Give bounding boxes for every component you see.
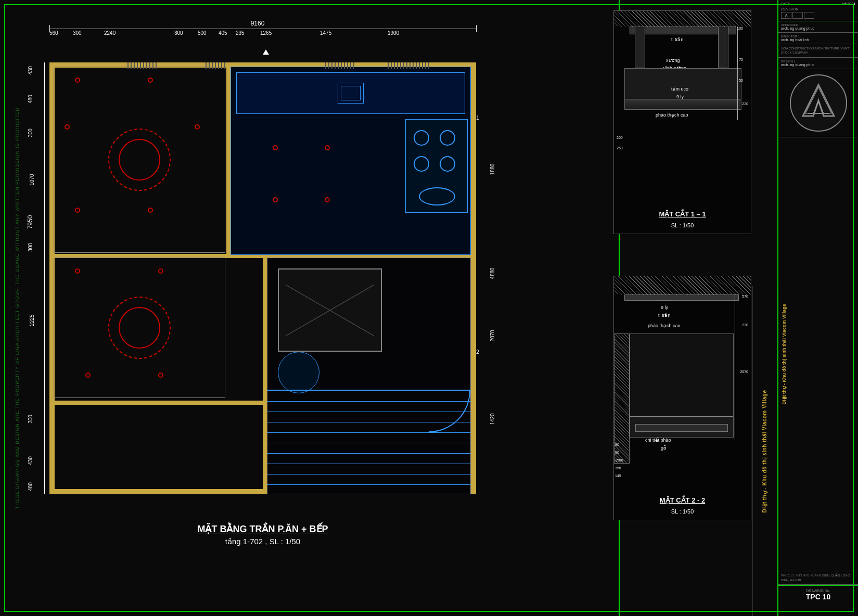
section1-dim-70: 70 [739, 58, 743, 61]
title-block: DATE 1/4/2024 REVISION : A APPROVED arch… [777, 0, 858, 616]
sink [419, 187, 455, 206]
project-strip-text: Diệt thự - Khu đô thị sinh thái Viacom V… [762, 390, 768, 512]
project-address: PHÚC LÝ, NTT.HYD, GIANG BIÊN, QUẬN LONG … [781, 573, 855, 582]
dim-l9: 480 [28, 482, 33, 491]
light-c3 [273, 197, 278, 202]
bed [278, 268, 382, 352]
dim-right-4: 1420 [490, 413, 495, 425]
section2-cornice-detail [630, 416, 733, 437]
light-2 [148, 78, 153, 83]
dim-l7: 300 [28, 415, 33, 424]
rev-cell-1: A [781, 12, 791, 19]
light-6 [148, 208, 153, 213]
dim-right-1: 1880 [490, 163, 495, 175]
dim-t6: 405 [219, 30, 227, 36]
light-3 [65, 124, 70, 130]
section2-phao: phào thạch cao [648, 323, 681, 328]
section1-ceiling-hatch [614, 11, 751, 27]
door-arc [387, 349, 470, 432]
light-b4 [158, 373, 163, 378]
light-b2 [158, 268, 163, 274]
project-name-block: Diệt thự - Khu đô thị sinh thái Viacom V… [778, 137, 858, 571]
section2-dim-1500: 1500 [615, 458, 623, 462]
burner-4 [440, 156, 455, 172]
company-logo [790, 74, 847, 132]
company-name: LIGA CONSTRUCTION ARCHITECTURE JOIN'T ST… [781, 46, 855, 55]
date-row: DATE 1/4/2024 [781, 2, 855, 6]
section1-dim-50: 50 [739, 79, 743, 82]
section1-dim-220: 220 [742, 102, 748, 106]
wall-lower-h [49, 401, 263, 405]
section1-cornice [625, 99, 741, 109]
section2-beam [624, 294, 739, 301]
kitchen-items [405, 119, 468, 213]
dim-l2: 480 [28, 95, 33, 104]
director-block: DIRECTOR 1: arch. ng hoai linh [778, 33, 858, 44]
symbol-inner [341, 86, 361, 100]
dim-t1: 560 [49, 30, 58, 36]
section2-dim-2070: 2070 [740, 370, 748, 374]
toilet [278, 352, 319, 393]
room-left-bottom [54, 258, 225, 398]
section1-scale: SL : 1/50 [614, 222, 751, 228]
dim-total-top: 9160 [101, 20, 414, 27]
approved-value: arch. ng quang phuc [781, 27, 855, 30]
light-b3 [85, 373, 91, 378]
section1-dim-line [737, 27, 738, 120]
stair-8 [267, 474, 470, 474]
burner-1 [414, 130, 429, 146]
drawing-area: 9160 560 300 2240 300 500 405 235 1265 1… [23, 10, 622, 583]
blue-top-rect [236, 72, 465, 114]
project-name: Diệt thự - Khu đô thị sinh thái Viacom V… [781, 142, 788, 567]
section2-dim-80b: 80 [615, 451, 619, 454]
dim-total-left: 7950 [27, 215, 34, 229]
main-title: MẶT BẰNG TRẦN P.ĂN + BẾP [49, 523, 476, 535]
chairs-circle-bot [108, 297, 171, 359]
section1-dim-200: 200 [617, 136, 623, 139]
revision-label: REVISION : [781, 7, 855, 11]
hatch-top-4 [388, 62, 429, 69]
section1-phao: phào thạch cao [656, 112, 688, 118]
staircase-area [267, 390, 470, 494]
light-c4 [325, 197, 330, 202]
address-block: PHÚC LÝ, NTT.HYD, GIANG BIÊN, QUẬN LONG … [778, 571, 858, 585]
section1-post-left [635, 27, 645, 68]
dim-line-left [44, 62, 45, 494]
chairs-circle-top [108, 129, 171, 191]
section2-ceiling-hatch [614, 276, 751, 294]
hatch-top-2 [206, 62, 226, 69]
watermark: THESE DRAWINGS AND DESIGN ARE THE PROPER… [9, 42, 25, 574]
dim-l1: 430 [28, 66, 33, 75]
approved-block: APPROVED arch. ng quang phuc [778, 21, 858, 33]
dim-l3: 300 [28, 129, 33, 137]
dim-l8: 430 [28, 456, 33, 465]
stair-9 [267, 484, 470, 485]
svg-marker-0 [803, 85, 834, 116]
stair-4 [267, 432, 470, 433]
main-subtitle: tầng 1-702 , SL : 1/50 [49, 537, 476, 546]
stair-6 [267, 453, 470, 454]
dim-t2: 300 [73, 30, 82, 36]
logo-block [778, 69, 858, 137]
dim-t5: 500 [198, 30, 207, 36]
design-value: arch. ng quang phuc [781, 63, 855, 67]
date-label: DATE [781, 2, 790, 6]
main-title-area: MẶT BẰNG TRẦN P.ĂN + BẾP tầng 1-702 , SL… [49, 523, 476, 546]
section2-panel [630, 333, 734, 438]
section2-cornice-inner [635, 424, 728, 432]
bed-cross [279, 270, 381, 351]
wall-right [471, 62, 476, 494]
room-center-top [230, 67, 471, 255]
section2-dim-80: 80 [615, 443, 619, 446]
dim-t7: 235 [236, 30, 245, 36]
dim-l4: 1070 [29, 174, 35, 185]
section2-dim-145: 145 [615, 474, 621, 478]
rev-cell-2 [792, 12, 803, 19]
symbol-1 [338, 83, 364, 104]
section1-dim-250: 250 [617, 146, 623, 150]
burner-3 [414, 156, 429, 172]
room-center-bottom [267, 258, 471, 494]
section-marker-1: 1 [476, 114, 479, 121]
dim-t10: 1900 [388, 30, 399, 36]
drawing-no-label: DRAWING No. [782, 589, 855, 593]
